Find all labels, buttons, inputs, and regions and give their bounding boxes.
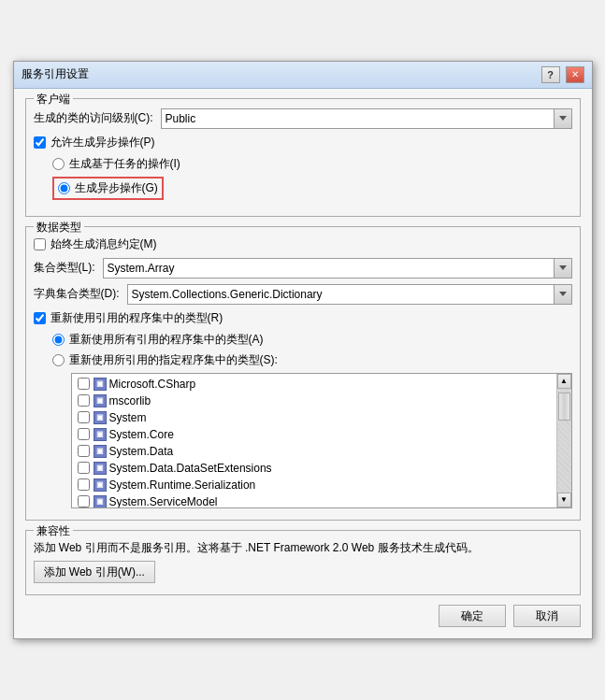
collection-type-select-wrapper: System.Array (103, 258, 572, 279)
allow-async-label[interactable]: 允许生成异步操作(P) (50, 135, 155, 150)
assembly-listbox: ▣Microsoft.CSharp▣mscorlib▣System▣System… (71, 373, 572, 508)
help-button[interactable]: ? (541, 66, 560, 83)
collection-type-label: 集合类型(L): (34, 260, 95, 276)
assembly-icon: ▣ (94, 495, 107, 507)
reuse-types-row: 重新使用引用的程序集中的类型(R) (34, 310, 572, 326)
collection-type-select[interactable]: System.Array (103, 258, 572, 279)
assembly-list-item[interactable]: ▣System.Runtime.Serialization (72, 477, 556, 493)
compat-note: 添加 Web 引用而不是服务引用。这将基于 .NET Framework 2.0… (34, 540, 572, 556)
compat-group: 兼容性 添加 Web 引用而不是服务引用。这将基于 .NET Framework… (25, 530, 581, 596)
async-radio-group: 生成基于任务的操作(I) 生成异步操作(G) (52, 156, 572, 205)
assembly-icon: ▣ (94, 479, 107, 492)
access-level-label: 生成的类的访问级别(C): (34, 110, 153, 126)
collection-type-row: 集合类型(L): System.Array (34, 258, 572, 279)
dict-type-label: 字典集合类型(D): (34, 286, 120, 302)
allow-async-row: 允许生成异步操作(P) (34, 135, 572, 150)
assembly-name: Microsoft.CSharp (109, 378, 196, 391)
assembly-name: System.Runtime.Serialization (109, 479, 256, 492)
reuse-radio-group: 重新使用所有引用的程序集中的类型(A) 重新使用所引用的指定程序集中的类型(S)… (52, 332, 572, 508)
assembly-name: System.Data.DataSetExtensions (109, 462, 272, 475)
assembly-list: ▣Microsoft.CSharp▣mscorlib▣System▣System… (72, 374, 556, 507)
assembly-icon: ▣ (94, 462, 107, 475)
access-level-select[interactable]: Public Internal (161, 108, 572, 129)
assembly-checkbox[interactable] (78, 462, 90, 474)
async-operations-radio[interactable] (58, 182, 70, 194)
assembly-list-item[interactable]: ▣System.ServiceModel (72, 493, 556, 507)
service-reference-settings-dialog: 服务引用设置 ? ✕ 客户端 生成的类的访问级别(C): Public Inte… (13, 61, 593, 640)
client-group: 客户端 生成的类的访问级别(C): Public Internal (25, 98, 581, 217)
scroll-track (557, 389, 571, 493)
task-based-radio[interactable] (52, 158, 65, 170)
reuse-types-checkbox[interactable] (34, 312, 46, 324)
assembly-name: System.ServiceModel (109, 495, 218, 507)
dialog-body: 客户端 生成的类的访问级别(C): Public Internal (14, 89, 592, 639)
assembly-icon: ▣ (94, 378, 107, 391)
assembly-checkbox[interactable] (78, 394, 90, 407)
assembly-name: System (109, 411, 147, 424)
access-level-row: 生成的类的访问级别(C): Public Internal (34, 108, 572, 129)
reuse-specified-radio-row: 重新使用所引用的指定程序集中的类型(S): (52, 352, 572, 368)
async-operations-radio-row: 生成异步操作(G) (52, 177, 164, 200)
client-group-label: 客户端 (34, 92, 73, 107)
scroll-up-button[interactable]: ▲ (557, 374, 571, 389)
assembly-checkbox[interactable] (78, 378, 90, 390)
footer-buttons: 确定 取消 (25, 605, 581, 627)
reuse-types-label[interactable]: 重新使用引用的程序集中的类型(R) (50, 310, 223, 326)
dialog-title: 服务引用设置 (22, 66, 89, 82)
close-button[interactable]: ✕ (566, 66, 584, 83)
allow-async-checkbox[interactable] (34, 136, 46, 149)
always-generate-row: 始终生成消息约定(M) (34, 236, 572, 252)
listbox-scrollbar[interactable]: ▲ ▼ (556, 374, 571, 507)
dict-type-select-wrapper: System.Collections.Generic.Dictionary (127, 284, 572, 305)
assembly-name: System.Data (109, 445, 174, 458)
assembly-name: System.Core (109, 428, 174, 441)
assembly-icon: ▣ (94, 445, 107, 458)
reuse-all-label[interactable]: 重新使用所有引用的程序集中的类型(A) (69, 332, 264, 348)
assembly-list-item[interactable]: ▣Microsoft.CSharp (72, 376, 556, 393)
dict-type-select[interactable]: System.Collections.Generic.Dictionary (127, 284, 572, 305)
assembly-checkbox[interactable] (78, 479, 90, 491)
scroll-thumb[interactable] (558, 393, 570, 421)
assembly-checkbox[interactable] (78, 445, 90, 457)
add-web-reference-button[interactable]: 添加 Web 引用(W)... (34, 561, 155, 583)
task-based-label[interactable]: 生成基于任务的操作(I) (69, 156, 180, 172)
assembly-list-item[interactable]: ▣System.Core (72, 426, 556, 443)
assembly-icon: ▣ (94, 394, 107, 407)
assembly-list-item[interactable]: ▣mscorlib (72, 393, 556, 409)
always-generate-checkbox[interactable] (34, 238, 46, 250)
async-operations-label[interactable]: 生成异步操作(G) (75, 180, 158, 196)
reuse-specified-label[interactable]: 重新使用所引用的指定程序集中的类型(S): (69, 352, 278, 368)
compat-group-label: 兼容性 (34, 523, 73, 539)
access-level-select-wrapper: Public Internal (161, 108, 572, 129)
always-generate-label[interactable]: 始终生成消息约定(M) (50, 236, 157, 252)
cancel-button[interactable]: 取消 (513, 605, 581, 627)
title-bar: 服务引用设置 ? ✕ (14, 62, 592, 89)
dict-type-row: 字典集合类型(D): System.Collections.Generic.Di… (34, 284, 572, 305)
reuse-all-radio-row: 重新使用所有引用的程序集中的类型(A) (52, 332, 572, 348)
assembly-list-item[interactable]: ▣System.Data.DataSetExtensions (72, 460, 556, 477)
scroll-down-button[interactable]: ▼ (557, 493, 571, 507)
reuse-all-radio[interactable] (52, 334, 65, 346)
data-types-group: 数据类型 始终生成消息约定(M) 集合类型(L): System.Array (25, 226, 581, 521)
assembly-checkbox[interactable] (78, 411, 90, 423)
data-types-group-label: 数据类型 (34, 220, 84, 236)
assembly-list-item[interactable]: ▣System.Data (72, 443, 556, 460)
assembly-checkbox[interactable] (78, 495, 90, 507)
assembly-name: mscorlib (109, 394, 151, 407)
assembly-icon: ▣ (94, 411, 107, 424)
reuse-specified-radio[interactable] (52, 354, 65, 366)
confirm-button[interactable]: 确定 (439, 605, 506, 627)
assembly-checkbox[interactable] (78, 428, 90, 440)
assembly-icon: ▣ (94, 428, 107, 441)
task-based-radio-row: 生成基于任务的操作(I) (52, 156, 572, 172)
assembly-list-item[interactable]: ▣System (72, 409, 556, 426)
title-bar-buttons: ? ✕ (541, 66, 584, 83)
